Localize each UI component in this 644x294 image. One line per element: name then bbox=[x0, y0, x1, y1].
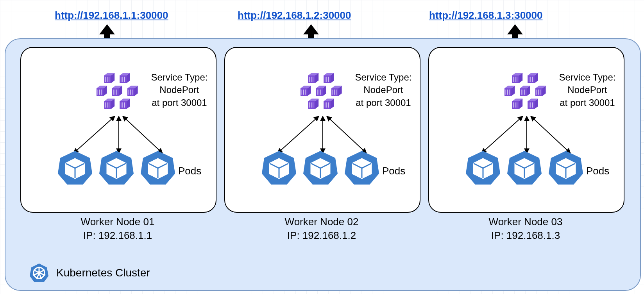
worker-node-3: Service Type: NodePort at port 30001 Pod… bbox=[428, 47, 624, 213]
pods-row bbox=[260, 149, 381, 187]
service-type-label: Service Type: NodePort at port 30001 bbox=[550, 71, 624, 109]
worker-node-1: Service Type: NodePort at port 30001 Pod… bbox=[20, 47, 216, 213]
cluster-title: Kubernetes Cluster bbox=[56, 267, 150, 279]
containers-icon bbox=[84, 68, 148, 119]
worker-node-1-name: Worker Node 01 bbox=[81, 216, 155, 228]
service-type-line1: Service Type: bbox=[355, 72, 412, 82]
worker-node-1-caption: Worker Node 01 IP: 192.168.1.1 bbox=[20, 215, 215, 242]
node-url-1[interactable]: http://192.168.1.1:30000 bbox=[55, 9, 168, 22]
service-type-label: Service Type: NodePort at port 30001 bbox=[346, 71, 420, 109]
pod-icon bbox=[343, 149, 381, 187]
pod-icon bbox=[547, 149, 585, 187]
kubernetes-logo-icon bbox=[29, 263, 49, 283]
service-type-line2: NodePort bbox=[567, 84, 607, 95]
worker-node-3-name: Worker Node 03 bbox=[489, 216, 563, 228]
pods-label: Pods bbox=[586, 165, 609, 177]
service-type-line2: NodePort bbox=[363, 84, 403, 95]
worker-node-2-name: Worker Node 02 bbox=[285, 216, 359, 228]
cluster-label: Kubernetes Cluster bbox=[29, 263, 150, 283]
pod-icon bbox=[260, 149, 298, 187]
worker-node-2: Service Type: NodePort at port 30001 Pod… bbox=[224, 47, 420, 213]
service-type-line3: at port 30001 bbox=[356, 97, 411, 108]
service-type-line1: Service Type: bbox=[151, 72, 208, 82]
containers-icon bbox=[492, 68, 556, 119]
containers-icon bbox=[288, 68, 352, 119]
worker-node-2-caption: Worker Node 02 IP: 192.168.1.2 bbox=[224, 215, 419, 242]
service-type-line3: at port 30001 bbox=[560, 97, 615, 108]
pods-label: Pods bbox=[178, 165, 201, 177]
service-type-line2: NodePort bbox=[159, 84, 199, 95]
kubernetes-cluster: Service Type: NodePort at port 30001 Pod… bbox=[5, 38, 641, 291]
worker-node-3-ip: IP: 192.168.1.3 bbox=[491, 229, 560, 241]
pod-icon bbox=[98, 149, 135, 187]
worker-node-3-caption: Worker Node 03 IP: 192.168.1.3 bbox=[428, 215, 623, 242]
service-type-line1: Service Type: bbox=[559, 72, 616, 82]
pods-row bbox=[464, 149, 585, 187]
pod-icon bbox=[56, 149, 94, 187]
pod-icon bbox=[464, 149, 502, 187]
worker-node-2-ip: IP: 192.168.1.2 bbox=[287, 229, 356, 241]
pod-icon bbox=[139, 149, 177, 187]
service-type-label: Service Type: NodePort at port 30001 bbox=[142, 71, 216, 109]
pods-row bbox=[56, 149, 177, 187]
pod-icon bbox=[506, 149, 543, 187]
pod-icon bbox=[302, 149, 339, 187]
pods-label: Pods bbox=[382, 165, 405, 177]
node-url-2[interactable]: http://192.168.1.2:30000 bbox=[238, 9, 351, 22]
service-type-line3: at port 30001 bbox=[152, 97, 207, 108]
node-url-3[interactable]: http://192.168.1.3:30000 bbox=[429, 9, 543, 22]
worker-node-1-ip: IP: 192.168.1.1 bbox=[83, 229, 152, 241]
